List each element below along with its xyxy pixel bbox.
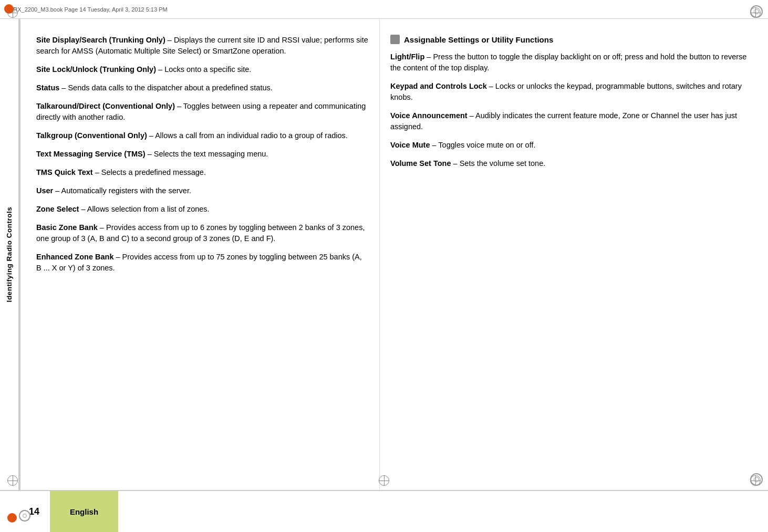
header-text: SRX_2200_M3.book Page 14 Tuesday, April …: [9, 6, 168, 13]
dash: –: [79, 205, 87, 213]
dash: –: [146, 150, 154, 158]
left-content-block: Enhanced Zone Bank – Provides access fro…: [36, 252, 369, 274]
dash: –: [430, 141, 439, 149]
dash: –: [98, 223, 106, 232]
description: Sends data calls to the dispatcher about…: [68, 84, 272, 92]
left-content-block: Status – Sends data calls to the dispatc…: [36, 82, 369, 93]
right-content-block: Voice Announcement – Audibly indicates t…: [390, 110, 752, 132]
dash: –: [487, 82, 495, 90]
dash: –: [175, 102, 183, 110]
dash: –: [147, 131, 155, 140]
right-content-block: Keypad and Controls Lock – Locks or unlo…: [390, 81, 752, 103]
sidebar-label-text: Identifying Radio Controls: [5, 207, 13, 302]
dash: –: [165, 36, 174, 44]
dash: –: [451, 159, 460, 168]
term: Site Display/Search (Trunking Only): [36, 36, 165, 44]
left-content-block: Site Lock/Unlock (Trunking Only) – Locks…: [36, 64, 369, 75]
sidebar-label: Identifying Radio Controls: [0, 19, 19, 490]
term: Talkaround/Direct (Conventional Only): [36, 102, 175, 110]
description: Selects a predefined message.: [101, 168, 206, 176]
left-content-block: Talkgroup (Conventional Only) – Allows a…: [36, 130, 369, 141]
left-content-block: Zone Select – Allows selection from a li…: [36, 204, 369, 215]
left-column: Site Display/Search (Trunking Only) – Di…: [20, 19, 379, 490]
left-content-block: Site Display/Search (Trunking Only) – Di…: [36, 35, 369, 57]
term: Voice Announcement: [390, 111, 468, 120]
dash: –: [468, 111, 475, 120]
dash: –: [53, 186, 61, 195]
description: Sets the volume set tone.: [460, 159, 546, 168]
term: Voice Mute: [390, 141, 430, 149]
right-column: Assignable Settings or Utility Functions…: [379, 19, 768, 490]
section-icon: [390, 35, 400, 44]
term: Light/Flip: [390, 53, 424, 61]
main-content: Site Display/Search (Trunking Only) – Di…: [20, 19, 768, 490]
right-content-block: Volume Set Tone – Sets the volume set to…: [390, 158, 752, 169]
term: Basic Zone Bank: [36, 223, 98, 232]
footer: 14 English: [0, 490, 768, 532]
term: Keypad and Controls Lock: [390, 82, 487, 90]
gear-mark-footer-left: [19, 510, 30, 521]
term: TMS Quick Text: [36, 168, 93, 176]
dot-bottom-left: [7, 513, 17, 523]
left-content-block: Basic Zone Bank – Provides access from u…: [36, 222, 369, 244]
dash: –: [59, 84, 68, 92]
dash: –: [113, 253, 122, 261]
description: Allows a call from an individual radio t…: [155, 131, 348, 140]
left-content-block: TMS Quick Text – Selects a predefined me…: [36, 167, 369, 178]
description: Selects the text messaging menu.: [154, 150, 268, 158]
dash: –: [424, 53, 433, 61]
term: Enhanced Zone Bank: [36, 253, 113, 261]
section-heading-text: Assignable Settings or Utility Functions: [404, 35, 553, 44]
reg-mark-bottom-left: [7, 475, 18, 486]
term: Status: [36, 84, 59, 92]
description: Press the button to toggle the display b…: [390, 53, 746, 72]
term: Site Lock/Unlock (Trunking Only): [36, 65, 156, 74]
description: Allows selection from a list of zones.: [87, 205, 210, 213]
dot-top-left: [4, 4, 14, 14]
description: Automatically registers with the server.: [61, 186, 191, 195]
reg-mark-bottom-center: [379, 475, 389, 486]
term: Text Messaging Service (TMS): [36, 150, 146, 158]
right-content-block: Voice Mute – Toggles voice mute on or of…: [390, 140, 752, 151]
dash: –: [156, 65, 164, 74]
term: Talkgroup (Conventional Only): [36, 131, 147, 140]
description: Locks onto a specific site.: [164, 65, 251, 74]
language-label: English: [50, 491, 118, 532]
gear-mark-bottom-right: [750, 473, 763, 486]
dash: –: [93, 168, 101, 176]
description: Toggles voice mute on or off.: [438, 141, 535, 149]
left-content-block: Talkaround/Direct (Conventional Only) – …: [36, 101, 369, 123]
gear-mark-top-right: [750, 5, 763, 18]
left-content-block: Text Messaging Service (TMS) – Selects t…: [36, 149, 369, 160]
right-content-block: Light/Flip – Press the button to toggle …: [390, 51, 752, 74]
left-content-block: User – Automatically registers with the …: [36, 185, 369, 196]
term: User: [36, 186, 53, 195]
term: Zone Select: [36, 205, 79, 213]
term: Volume Set Tone: [390, 159, 451, 168]
section-heading: Assignable Settings or Utility Functions: [390, 35, 752, 44]
header-bar: SRX_2200_M3.book Page 14 Tuesday, April …: [0, 0, 768, 19]
